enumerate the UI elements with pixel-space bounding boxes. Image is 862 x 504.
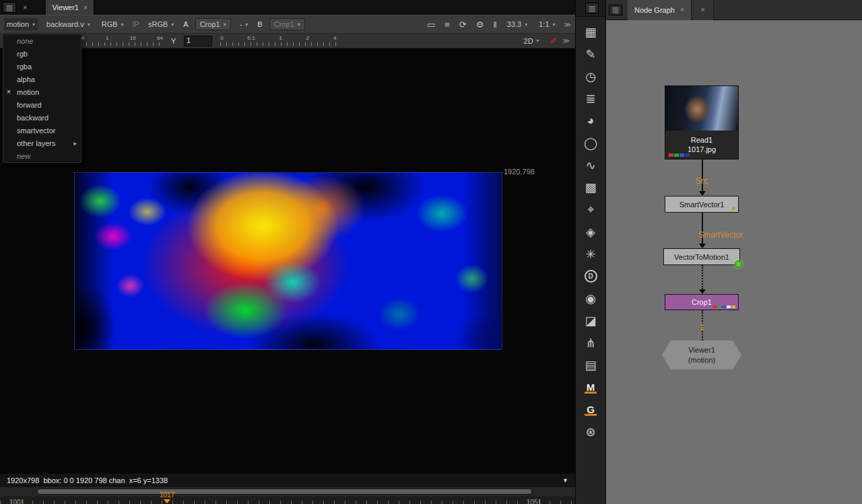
gamma-tick: 1: [279, 35, 281, 41]
tab-close-icon[interactable]: ×: [84, 4, 88, 11]
channels-dropdown[interactable]: backward.v ▾: [44, 18, 93, 30]
arrowhead-icon: [699, 289, 706, 294]
gain-slider[interactable]: 1/64 1 10 64: [74, 36, 163, 46]
keyer-icon[interactable]: ∿: [576, 154, 605, 176]
edge-read-to-smartvector[interactable]: [702, 159, 703, 191]
node-vectortomotion1[interactable]: VectorToMotion1: [663, 248, 740, 265]
menu-item-forward[interactable]: forward: [3, 98, 81, 111]
layer-dropdown-menu: none rgb rgba alpha × motion: [3, 34, 81, 163]
particles-icon[interactable]: ✳: [576, 243, 605, 265]
time-icon[interactable]: ◷: [576, 65, 605, 87]
3d-icon[interactable]: ◈: [576, 221, 605, 243]
edge-label-smartvector: SmartVector: [698, 230, 743, 240]
gain-input[interactable]: [184, 36, 212, 46]
channel-icon[interactable]: ≣: [576, 87, 605, 110]
read1-label: Read1 1017.jpg: [665, 131, 738, 159]
last-frame-label: 1051: [527, 499, 541, 504]
menu-item-none[interactable]: none: [3, 34, 81, 47]
draw-icon[interactable]: ✎: [576, 43, 605, 65]
gain-slider-ticks: [74, 42, 163, 46]
gamma-slider[interactable]: 0 0.1 1 2 4: [220, 36, 336, 46]
flipbook-icon[interactable]: ▭: [426, 20, 436, 30]
zoom-dropdown[interactable]: 33.3 ▾: [504, 18, 530, 30]
node-crop1[interactable]: Crop1: [665, 294, 739, 310]
layer-dropdown[interactable]: motion ▾: [4, 18, 38, 30]
wipe-mode-dropdown[interactable]: - ▾: [237, 18, 251, 30]
menu-item-motion[interactable]: × motion: [3, 85, 81, 98]
menu-item-rgb[interactable]: rgb: [3, 47, 81, 60]
color-icon[interactable]: ◕: [576, 110, 605, 132]
toolbar-overflow-icon[interactable]: ≫: [564, 21, 571, 28]
transform-icon[interactable]: ⌖: [576, 199, 605, 221]
tab-viewer1[interactable]: Viewer1 ×: [46, 0, 94, 15]
menu-item-other-layers[interactable]: other layers ▸: [3, 137, 81, 149]
row2-overflow-icon[interactable]: ≫: [563, 37, 570, 44]
view-mode-dropdown[interactable]: 2D ▾: [521, 35, 542, 47]
toolsets-icon[interactable]: ⋔: [576, 332, 605, 354]
menu-item-rgba[interactable]: rgba: [3, 60, 81, 73]
metadata-icon[interactable]: ◪: [576, 310, 605, 332]
status-expand-icon[interactable]: ▼: [562, 477, 568, 484]
proxy-value: 1:1: [539, 20, 549, 28]
gear-icon[interactable]: ⚙: [475, 20, 486, 30]
node-viewer1[interactable]: Viewer1 (motion): [662, 340, 741, 369]
tool-dock-header: ▥: [576, 0, 605, 17]
tab-close-icon[interactable]: ×: [701, 6, 705, 13]
chevron-down-icon: ▾: [32, 22, 35, 28]
zoom-value: 33.3: [507, 20, 521, 28]
arrowhead-icon: [699, 191, 706, 196]
image-icon[interactable]: ▦: [576, 21, 605, 43]
tab-node-graph[interactable]: Node Graph ×: [628, 0, 692, 20]
frame-ruler[interactable]: [0, 496, 575, 504]
eyedropper-icon[interactable]: ✎: [548, 37, 558, 44]
timeline-scrollbar[interactable]: [37, 489, 532, 495]
edge-vectortomotion-to-crop[interactable]: [702, 265, 703, 289]
node-graph-canvas[interactable]: Src SmartVector 1 Read1 1017.jpg Smar: [606, 20, 862, 504]
plugins-icon[interactable]: ⊛: [576, 421, 605, 443]
merge-icon[interactable]: ▩: [576, 176, 605, 199]
tab-close-icon[interactable]: ×: [680, 6, 684, 13]
modeling-icon[interactable]: M: [576, 376, 605, 398]
display-channels-dropdown[interactable]: RGB ▾: [99, 18, 127, 30]
a-input-dropdown[interactable]: Crop1 ▾: [195, 18, 231, 30]
deep-icon[interactable]: D: [576, 265, 605, 287]
other-icon[interactable]: ▤: [576, 354, 605, 376]
b-input-dropdown[interactable]: Crop1 ▾: [269, 18, 305, 30]
pause-icon[interactable]: ‖: [492, 20, 498, 30]
chevron-down-icon: ▾: [121, 22, 124, 28]
pane-menu-icon[interactable]: ▥: [585, 3, 599, 13]
pane-menu-icon[interactable]: ▥: [609, 5, 622, 15]
views-icon[interactable]: ◉: [576, 287, 605, 310]
input-process-toggle[interactable]: IP: [133, 20, 139, 28]
read1-filename: 1017.jpg: [688, 145, 716, 154]
node-indicator-dot: [735, 260, 742, 268]
viewer-tabbar: ▥ × Viewer1 ×: [0, 0, 575, 15]
node-smartvector1[interactable]: SmartVector1: [665, 196, 739, 213]
menu-item-smartvector[interactable]: smartvector: [3, 124, 81, 137]
pane-close-icon[interactable]: ×: [23, 3, 27, 11]
viewer-canvas[interactable]: 1920,798: [0, 48, 575, 474]
gizmo-icon[interactable]: G: [576, 398, 605, 421]
menu-item-new[interactable]: new: [3, 149, 81, 162]
gain-tick: 64: [157, 35, 163, 41]
list-icon[interactable]: ≡: [443, 20, 451, 30]
read1-thumbnail: [665, 86, 738, 131]
node-indicator-dot: [732, 207, 735, 210]
gamma-tick: 4: [333, 35, 336, 41]
menu-item-label: motion: [17, 88, 39, 96]
menu-item-alpha[interactable]: alpha: [3, 73, 81, 85]
filter-icon[interactable]: ◯: [576, 132, 605, 154]
viewer-lut-dropdown[interactable]: sRGB ▾: [145, 18, 176, 30]
node-read1[interactable]: Read1 1017.jpg: [665, 85, 739, 159]
proxy-dropdown[interactable]: 1:1 ▾: [536, 18, 558, 30]
refresh-icon[interactable]: ⟳: [458, 20, 468, 30]
menu-item-backward[interactable]: backward: [3, 111, 81, 124]
edge-label-src: Src: [696, 176, 708, 186]
pane-menu-icon[interactable]: ▥: [3, 2, 16, 13]
playhead[interactable]: 1017: [154, 492, 180, 503]
viewer-lut-value: sRGB: [148, 20, 168, 28]
gamma-slider-ticks: [220, 42, 336, 46]
tab-unnamed[interactable]: ×: [693, 0, 714, 20]
luminance-toggle[interactable]: Y: [171, 37, 176, 45]
node-graph-tab-label: Node Graph: [634, 6, 675, 14]
